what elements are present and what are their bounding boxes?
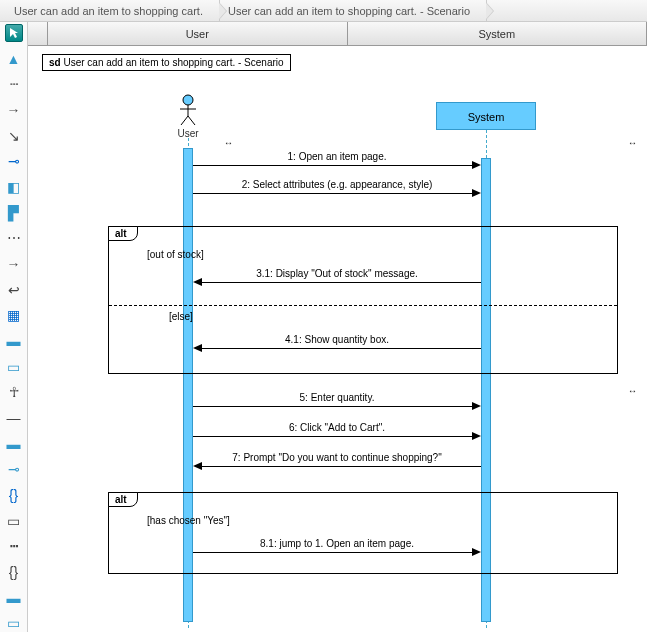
actor-system[interactable]: System <box>436 102 536 130</box>
guard-has-chosen-yes: [has chosen "Yes"] <box>147 515 230 526</box>
dashed-line-icon[interactable]: ┄ <box>5 75 23 93</box>
save-icon[interactable]: ▦ <box>5 306 23 324</box>
frame-icon[interactable]: ▭ <box>5 512 23 530</box>
message-8-1[interactable]: 8.1: jump to 1. Open an item page. <box>193 538 481 554</box>
message-4-1[interactable]: 4.1: Show quantity box. <box>193 334 481 350</box>
message-6[interactable]: 6: Click "Add to Cart". <box>193 422 481 438</box>
resize-handle-icon[interactable]: ↔ <box>224 138 232 146</box>
braces2-icon[interactable]: {} <box>5 563 23 581</box>
actor-icon[interactable]: ☥ <box>5 383 23 401</box>
back-arrow-icon[interactable]: ↩ <box>5 281 23 299</box>
marker-icon[interactable]: ⊸ <box>5 152 23 170</box>
message-5[interactable]: 5: Enter quantity. <box>193 392 481 408</box>
alt-fragment-1[interactable]: alt [out of stock] [else] <box>108 226 618 374</box>
blue-box-icon[interactable]: ◧ <box>5 178 23 196</box>
alt-divider <box>109 305 617 306</box>
breadcrumb: User can add an item to shopping cart. U… <box>0 0 647 22</box>
svg-line-4 <box>188 116 195 125</box>
guard-else: [else] <box>169 311 193 322</box>
guard-out-of-stock: [out of stock] <box>147 249 204 260</box>
rect2-icon[interactable]: ▭ <box>5 358 23 376</box>
arrow-thin-icon[interactable]: → <box>5 255 23 273</box>
resize-handle-icon[interactable]: ↔ <box>628 138 636 146</box>
resize-handle-icon[interactable]: ↔ <box>628 386 636 394</box>
message-2[interactable]: 2: Select attributes (e.g. appearance, s… <box>193 179 481 195</box>
braces-icon[interactable]: {} <box>5 486 23 504</box>
breadcrumb-item-1[interactable]: User can add an item to shopping cart. <box>6 0 220 22</box>
arrow-down-icon[interactable]: ↘ <box>5 127 23 145</box>
folder-icon[interactable]: ▬ <box>5 589 23 607</box>
tool-palette: ▲ ┄ → ↘ ⊸ ◧ ▛ ⋯ → ↩ ▦ ▬ ▭ ☥ — ▬ ⊸ {} ▭ ┅… <box>0 22 28 632</box>
message-7[interactable]: 7: Prompt "Do you want to continue shopp… <box>193 452 481 468</box>
triangle-icon[interactable]: ▲ <box>5 50 23 68</box>
svg-line-3 <box>181 116 188 125</box>
dots-icon[interactable]: ⋯ <box>5 229 23 247</box>
alt-fragment-2[interactable]: alt [has chosen "Yes"] <box>108 492 618 574</box>
diagram-frame-label: sd User can add an item to shopping cart… <box>42 54 291 71</box>
line-icon[interactable]: — <box>5 409 23 427</box>
connector-icon[interactable]: ⊸ <box>5 460 23 478</box>
stickman-icon <box>176 94 200 126</box>
actor-user[interactable]: User <box>176 94 200 139</box>
diagram-canvas[interactable]: sd User can add an item to shopping cart… <box>28 46 647 632</box>
message-1[interactable]: 1: Open an item page. <box>193 151 481 167</box>
cursor-tool-icon[interactable] <box>5 24 23 42</box>
svg-point-0 <box>183 95 193 105</box>
header-corner <box>28 22 48 45</box>
alt-label: alt <box>108 226 138 241</box>
message-3-1[interactable]: 3.1: Display "Out of stock" message. <box>193 268 481 284</box>
header-system: System <box>348 22 648 45</box>
node-icon[interactable]: ▬ <box>5 435 23 453</box>
arrow-right-icon[interactable]: → <box>5 101 23 119</box>
column-headers: User System <box>28 22 647 46</box>
dots2-icon[interactable]: ┅ <box>5 537 23 555</box>
breadcrumb-item-2[interactable]: User can add an item to shopping cart. -… <box>220 0 487 22</box>
alt-label: alt <box>108 492 138 507</box>
header-user: User <box>48 22 348 45</box>
rect-icon[interactable]: ▬ <box>5 332 23 350</box>
flag-icon[interactable]: ▛ <box>5 204 23 222</box>
card-icon[interactable]: ▭ <box>5 614 23 632</box>
